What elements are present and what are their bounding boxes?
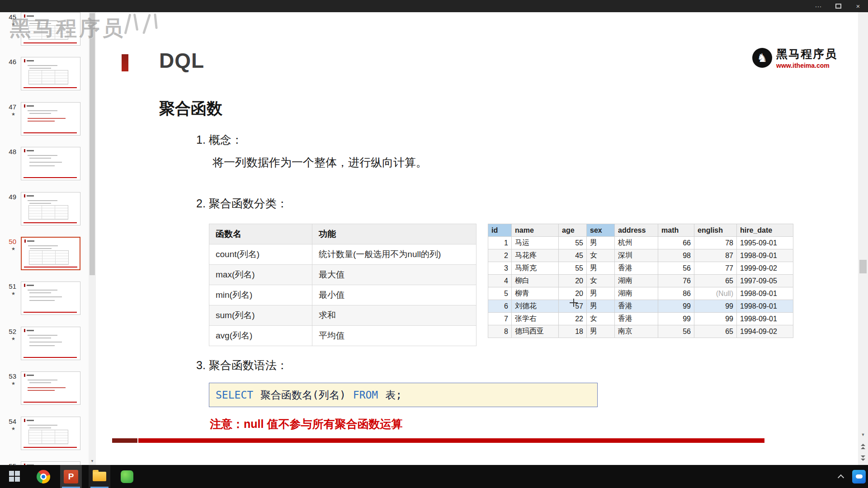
close-window-icon[interactable]: × bbox=[848, 0, 868, 12]
list-item-concept: 1. 概念： bbox=[196, 132, 243, 147]
sql-syntax-box: SELECT 聚合函数名(列名) FROM 表; bbox=[209, 383, 598, 407]
powerpoint-taskbar-icon[interactable]: P bbox=[60, 465, 82, 488]
slide-number: 46 bbox=[0, 58, 18, 66]
column-header: math bbox=[658, 224, 694, 237]
chrome-taskbar-icon[interactable] bbox=[33, 465, 54, 488]
slide-preview bbox=[21, 417, 80, 450]
sql-keyword-select: SELECT bbox=[216, 389, 253, 401]
table-row: 7张学右22女香港99991998-09-01 bbox=[488, 313, 793, 325]
explorer-taskbar-icon[interactable] bbox=[89, 465, 110, 488]
start-button[interactable] bbox=[4, 465, 25, 488]
slide-preview bbox=[21, 102, 80, 136]
table-row: min(列名)最小值 bbox=[209, 285, 476, 305]
column-header: age bbox=[559, 224, 587, 237]
slide-thumbnail-50[interactable]: 50★ bbox=[0, 237, 89, 273]
slide-title: DQL bbox=[159, 48, 204, 73]
horse-logo-icon: ♞ bbox=[752, 48, 772, 68]
slide-preview bbox=[21, 327, 80, 360]
animation-star-icon: ★ bbox=[0, 112, 18, 117]
slide-thumbnail-53[interactable]: 53★ bbox=[0, 371, 89, 408]
slide-preview bbox=[21, 192, 80, 225]
animation-star-icon: ★ bbox=[0, 336, 18, 341]
app-main-area: 45★4647★484950★51★52★53★54★55 ▼ DQL ♞ 黑马… bbox=[0, 12, 868, 465]
column-header: 功能 bbox=[312, 224, 476, 244]
thumbnail-scroll-down-icon[interactable]: ▼ bbox=[89, 457, 96, 465]
restore-window-icon[interactable] bbox=[828, 0, 848, 12]
column-header: id bbox=[488, 224, 512, 237]
slide-number: 51 bbox=[0, 282, 18, 290]
blue-app-icon bbox=[852, 470, 866, 483]
column-header: 函数名 bbox=[209, 224, 312, 244]
slide-number: 45 bbox=[0, 13, 18, 21]
sql-keyword-from: FROM bbox=[353, 389, 378, 401]
table-row: 6刘德花57男香港99991998-09-01 bbox=[488, 300, 793, 313]
slide-number: 52 bbox=[0, 328, 18, 335]
green-app-taskbar-icon[interactable] bbox=[116, 465, 138, 488]
next-slide-button[interactable] bbox=[858, 453, 868, 463]
animation-star-icon: ★ bbox=[0, 246, 18, 251]
slide-thumbnail-52[interactable]: 52★ bbox=[0, 327, 89, 363]
vertical-scrollbar: ▼ bbox=[858, 12, 868, 465]
window-titlebar: ··· × bbox=[0, 0, 868, 12]
slide-thumbnail-55[interactable]: 55 bbox=[0, 461, 89, 465]
slide-thumbnail-46[interactable]: 46 bbox=[0, 57, 89, 93]
table-row: max(列名)最大值 bbox=[209, 265, 476, 285]
slide-number: 49 bbox=[0, 193, 18, 201]
slide-preview bbox=[21, 12, 80, 46]
animation-star-icon: ★ bbox=[0, 291, 18, 296]
animation-star-icon: ★ bbox=[0, 381, 18, 386]
more-options-icon[interactable]: ··· bbox=[808, 0, 828, 12]
table-row: 5柳青20男湖南86(Null)1998-09-01 bbox=[488, 287, 793, 300]
animation-star-icon: ★ bbox=[0, 426, 18, 431]
table-row: 1马运55男杭州66781995-09-01 bbox=[488, 237, 793, 249]
table-header-row: idnameagesexaddressmathenglishhire_date bbox=[488, 224, 793, 237]
table-row: 4柳白20女湖南76651997-09-05 bbox=[488, 275, 793, 287]
employee-data-table: idnameagesexaddressmathenglishhire_date … bbox=[488, 224, 793, 338]
scroll-down-icon[interactable]: ▼ bbox=[858, 430, 868, 440]
animation-star-icon: ★ bbox=[0, 22, 18, 27]
previous-slide-button[interactable] bbox=[858, 441, 868, 451]
bottom-red-bar-dark-segment bbox=[112, 438, 137, 443]
scrollbar-thumb[interactable] bbox=[859, 260, 867, 273]
column-header: sex bbox=[587, 224, 615, 237]
chevron-up-icon bbox=[838, 474, 844, 481]
slide-number: 54 bbox=[0, 418, 18, 425]
windows-logo-icon bbox=[9, 471, 20, 482]
list-item-syntax: 3. 聚合函数语法： bbox=[196, 358, 288, 373]
thumbnail-scrollbar-thumb[interactable] bbox=[90, 13, 95, 275]
slide-preview bbox=[21, 237, 80, 270]
thumbnail-scrollbar: ▼ bbox=[89, 12, 96, 465]
slide-thumbnail-48[interactable]: 48 bbox=[0, 147, 89, 183]
slide-thumbnail-51[interactable]: 51★ bbox=[0, 282, 89, 318]
table-header-row: 函数名功能 bbox=[209, 224, 476, 244]
column-header: hire_date bbox=[737, 224, 793, 237]
section-heading: 聚合函数 bbox=[159, 98, 222, 119]
column-header: name bbox=[512, 224, 559, 237]
column-header: english bbox=[694, 224, 737, 237]
table-row: 8德玛西亚18男南京56651994-09-02 bbox=[488, 325, 793, 338]
note-text: 注意：null 值不参与所有聚合函数运算 bbox=[210, 417, 402, 432]
slide-preview bbox=[21, 461, 80, 465]
slide-thumbnail-54[interactable]: 54★ bbox=[0, 417, 89, 453]
aggregate-function-table: 函数名功能 count(列名)统计数量(一般选用不为null的列)max(列名)… bbox=[209, 224, 476, 346]
list-item-categories: 2. 聚合函数分类： bbox=[196, 196, 288, 211]
slide-number: 50 bbox=[0, 238, 18, 245]
table-row: sum(列名)求和 bbox=[209, 305, 476, 326]
powerpoint-icon: P bbox=[64, 470, 78, 483]
green-app-icon bbox=[121, 470, 133, 483]
slide-thumbnail-47[interactable]: 47★ bbox=[0, 102, 89, 138]
table-row: avg(列名)平均值 bbox=[209, 326, 476, 346]
thumbnail-panel: 45★4647★484950★51★52★53★54★55 bbox=[0, 12, 89, 465]
slide-preview bbox=[21, 147, 80, 180]
slide-number: 47 bbox=[0, 103, 18, 111]
title-accent-bar bbox=[122, 54, 128, 71]
slide-preview bbox=[21, 282, 80, 315]
logo-url: www.itheima.com bbox=[776, 62, 837, 69]
slide-thumbnail-49[interactable]: 49 bbox=[0, 192, 89, 228]
table-row: count(列名)统计数量(一般选用不为null的列) bbox=[209, 244, 476, 265]
slide-number: 48 bbox=[0, 148, 18, 155]
slide-thumbnail-45[interactable]: 45★ bbox=[0, 12, 89, 48]
sql-table-placeholder: 表; bbox=[385, 388, 402, 402]
logo-name: 黑马程序员 bbox=[776, 47, 837, 61]
tray-blue-app-icon[interactable] bbox=[848, 465, 868, 488]
